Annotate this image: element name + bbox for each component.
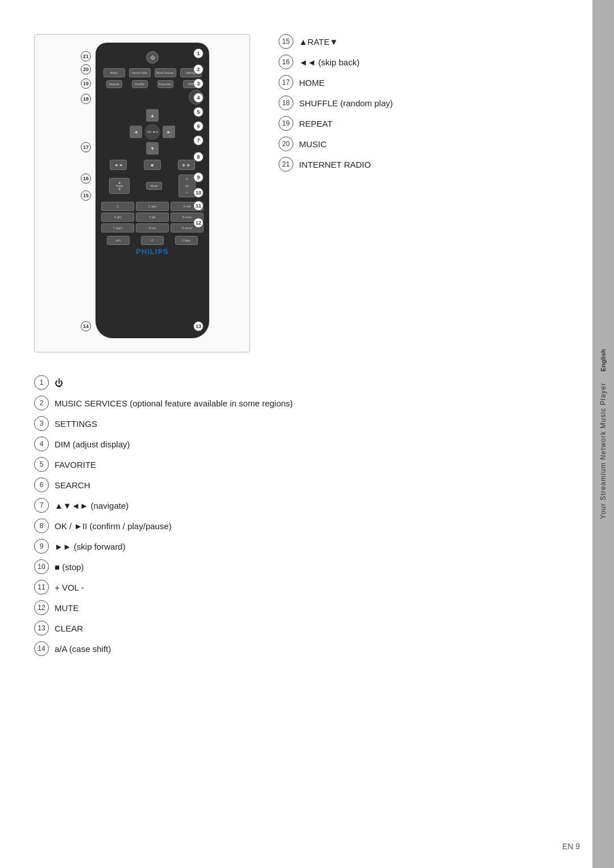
label-12: 12 (193, 218, 204, 228)
num-b3: 3 (34, 416, 49, 431)
remote-area: 1 2 3 4 5 6 7 8 9 10 11 12 13 14 15 16 1… (34, 34, 250, 352)
right-item-17: 17 HOME (279, 75, 574, 90)
desc-b10: ■ (stop) (55, 559, 84, 573)
num-b14: 14 (34, 641, 49, 656)
num-20: 20 (279, 136, 293, 151)
label-5: 5 (193, 107, 204, 117)
desc-b9: ►► (skip forward) (55, 539, 126, 553)
num-19: 19 (279, 116, 293, 131)
num-b10: 10 (34, 559, 49, 574)
key-aA-button[interactable]: a/A (107, 236, 130, 245)
bottom-item-11: 11 + VOL - (34, 580, 534, 595)
desc-b12: MUTE (55, 600, 79, 614)
label-14: 14 (81, 321, 91, 331)
repeat-button[interactable]: Repeat (106, 80, 122, 88)
num-b6: 6 (34, 477, 49, 492)
desc-b4: DIM (adjust display) (55, 437, 130, 450)
num-b4: 4 (34, 437, 49, 451)
label-4: 4 (193, 93, 204, 103)
key8-button[interactable]: 8 tuv (136, 223, 169, 232)
brand-logo: PHILIPS (136, 247, 169, 256)
label-10: 10 (193, 188, 204, 198)
right-item-21: 21 INTERNET RADIO (279, 157, 574, 172)
num-b5: 5 (34, 457, 49, 472)
desc-b8: OK / ►II (confirm / play/pause) (55, 518, 172, 532)
desc-b11: + VOL - (55, 580, 84, 593)
power-button[interactable]: ⏻ (146, 51, 159, 64)
right-item-15: 15 ▲RATE▼ (279, 34, 574, 49)
right-item-20: 20 MUSIC (279, 136, 574, 151)
bottom-item-14: 14 a/A (case shift) (34, 641, 534, 656)
desc-b2: MUSIC SERVICES (optional feature availab… (55, 396, 293, 409)
sidebar-language: English (600, 349, 607, 372)
label-17: 17 (81, 142, 91, 152)
desc-16: ◄◄ (skip back) (299, 55, 359, 68)
bottom-item-5: 5 FAVORITE (34, 457, 534, 472)
desc-b13: CLEAR (55, 621, 83, 634)
footer: EN 9 (562, 842, 580, 851)
num-16: 16 (279, 55, 293, 69)
bottom-descriptions: 1 ⏻ 2 MUSIC SERVICES (optional feature a… (34, 375, 534, 662)
num-17: 17 (279, 75, 293, 90)
num-b2: 2 (34, 396, 49, 410)
num-21: 21 (279, 157, 293, 172)
right-item-19: 19 REPEAT (279, 116, 574, 131)
key4-button[interactable]: 4 ghi (101, 213, 134, 222)
desc-20: MUSIC (299, 136, 326, 150)
desc-b7: ▲▼◄► (navigate) (55, 498, 128, 512)
nav-up-button[interactable]: ▲ (146, 109, 159, 122)
desc-17: HOME (299, 75, 325, 89)
key0-button[interactable]: 0 (141, 236, 164, 245)
ok-button[interactable]: OK ►II (144, 124, 160, 140)
desc-21: INTERNET RADIO (299, 157, 371, 171)
bottom-item-8: 8 OK / ►II (confirm / play/pause) (34, 518, 534, 533)
num-b13: 13 (34, 621, 49, 636)
music-services-button[interactable]: Music Services (155, 68, 176, 77)
internet-radio-button[interactable]: Internet Radio (129, 68, 151, 77)
key7-button[interactable]: 7 pqrs (101, 223, 134, 232)
bottom-item-6: 6 SEARCH (34, 477, 534, 492)
desc-18: SHUFFLE (random play) (299, 95, 393, 109)
right-descriptions: 15 ▲RATE▼ 16 ◄◄ (skip back) 17 HOME 18 S… (279, 34, 574, 177)
bottom-item-13: 13 CLEAR (34, 621, 534, 636)
right-item-18: 18 SHUFFLE (random play) (279, 95, 574, 110)
skip-back-button[interactable]: ◄◄ (110, 160, 127, 170)
desc-b6: SEARCH (55, 477, 90, 491)
num-b12: 12 (34, 600, 49, 615)
bottom-item-7: 7 ▲▼◄► (navigate) (34, 498, 534, 513)
desc-15: ▲RATE▼ (299, 34, 338, 48)
bottom-item-1: 1 ⏻ (34, 375, 534, 390)
skip-forward-button[interactable]: ►► (178, 160, 195, 170)
rate-button[interactable]: ▲ Rate ▼ (109, 178, 130, 194)
nav-right-button[interactable]: ► (163, 126, 175, 138)
sidebar: English Your Streamium Network Music Pla… (592, 0, 614, 868)
label-8: 8 (193, 152, 204, 162)
nav-left-button[interactable]: ◄ (130, 126, 142, 138)
music-button[interactable]: Music (103, 68, 125, 77)
mute-button[interactable]: Mute (146, 182, 162, 190)
desc-b1: ⏻ (55, 375, 63, 389)
sidebar-product: Your Streamium Network Music Player (599, 383, 607, 519)
bottom-item-2: 2 MUSIC SERVICES (optional feature avail… (34, 396, 534, 410)
favorites-button[interactable]: Favorites (157, 80, 173, 88)
desc-b14: a/A (case shift) (55, 641, 111, 655)
nav-down-button[interactable]: ▼ (146, 142, 159, 155)
nav-cluster: ▲ ▼ ◄ ► OK ►II (130, 109, 175, 155)
key2-button[interactable]: 2 abc (136, 202, 169, 211)
desc-b5: FAVORITE (55, 457, 96, 471)
key5-button[interactable]: 5 jkl (136, 213, 169, 222)
label-19: 19 (81, 78, 91, 89)
label-3: 3 (193, 78, 204, 89)
shuffle-button[interactable]: Shuffle (132, 80, 148, 88)
stop-button[interactable]: ■ (144, 160, 161, 170)
num-18: 18 (279, 95, 293, 110)
bottom-item-10: 10 ■ (stop) (34, 559, 534, 574)
label-6: 6 (193, 121, 204, 131)
right-item-16: 16 ◄◄ (skip back) (279, 55, 574, 69)
label-2: 2 (193, 64, 204, 74)
label-13: 13 (193, 321, 204, 331)
label-11: 11 (193, 201, 204, 211)
key-clear-button[interactable]: Clear (175, 236, 198, 245)
key1-button[interactable]: 1 (101, 202, 134, 211)
label-21: 21 (81, 51, 91, 61)
